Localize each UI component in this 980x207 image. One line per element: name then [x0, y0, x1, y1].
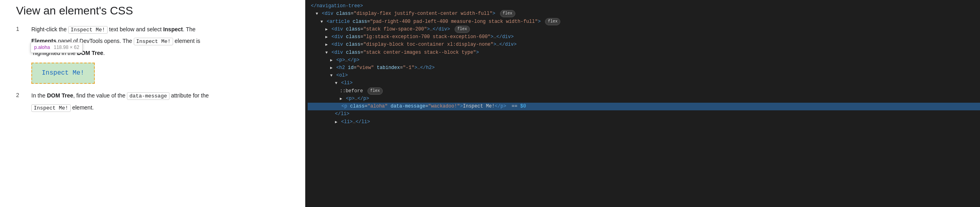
step-content-1: Right-click the Inspect Me! text below a…: [31, 25, 200, 84]
dt-line-11: ▼ <li>: [308, 79, 980, 87]
dt-line-5: ▶ <div class="lg:stack-exception-700 sta…: [308, 33, 980, 41]
step1-line3: p.aloha 118.98 × 62 highlighted in the D…: [31, 49, 200, 57]
page-title: View an element's CSS: [16, 4, 289, 18]
dt-line-13: ▶ <p>…</p>: [308, 95, 980, 103]
inspect-box[interactable]: Inspect Me!: [31, 63, 95, 84]
dt-line-4: ▶ <div class="stack flow-space-200">…</d…: [308, 26, 980, 33]
dt-line-1: </navigation-tree>: [308, 2, 980, 10]
inspect-box-wrapper: Inspect Me!: [31, 63, 95, 84]
tooltip-selector: p.aloha: [34, 45, 50, 50]
dt-line-9: ▶ <h2 id="view" tabindex="-1">…</h2>: [308, 64, 980, 72]
badge-flex-4: flex: [455, 26, 470, 33]
dt-line-7: ▼ <div class="stack center-images stack-…: [308, 49, 980, 57]
step-number-1: 1: [16, 25, 23, 32]
left-panel: View an element's CSS 1 Right-click the …: [0, 0, 305, 207]
element-tooltip: p.aloha 118.98 × 62: [31, 42, 83, 53]
devtools-panel: </navigation-tree> ▼ <div class="display…: [305, 0, 980, 207]
dt-line-12: ::before flex: [308, 87, 980, 95]
inspect-me-code-1: Inspect Me!: [68, 26, 108, 34]
dt-line-16: ▶ <li>…</li>: [308, 118, 980, 126]
step2-line1: In the DOM Tree, find the value of the d…: [31, 91, 209, 101]
step-content-2: In the DOM Tree, find the value of the d…: [31, 91, 209, 115]
triangle-3: ▼: [321, 20, 323, 24]
step2-line2: Inspect Me! element.: [31, 103, 209, 113]
dt-line-6: ▶ <div class="display-block toc-containe…: [308, 41, 980, 49]
tag-nav-close: </navigation-tree>: [311, 3, 363, 9]
tooltip-dims: 118.98 × 62: [54, 45, 80, 50]
inspect-me-code-3: Inspect Me!: [31, 104, 71, 112]
dt-line-2: ▼ <div class="display-flex justify-conte…: [308, 10, 980, 18]
data-message-code: data-message: [127, 92, 169, 100]
badge-flex-12: flex: [368, 87, 383, 95]
tag-div-2: <div: [322, 11, 333, 16]
dt-line-10: ▼ <ol>: [308, 72, 980, 79]
dt-line-14-highlighted[interactable]: <p class="aloha" data-message="wackadoo!…: [308, 103, 980, 110]
inspect-box-text: Inspect Me!: [42, 69, 84, 77]
dt-line-8: ▶ <p>…</p>: [308, 57, 980, 64]
badge-flex-2: flex: [500, 10, 515, 17]
step-number-2: 2: [16, 91, 23, 98]
triangle-2: ▼: [316, 12, 318, 16]
dt-line-3: ▼ <article class="pad-right-400 pad-left…: [308, 18, 980, 26]
badge-flex-3: flex: [545, 18, 560, 25]
dom-tree-bold-2: DOM Tree: [47, 92, 73, 99]
inspect-me-code-2: Inspect Me!: [134, 38, 173, 45]
step-2: 2 In the DOM Tree, find the value of the…: [16, 91, 289, 115]
dt-line-15: </li>: [308, 110, 980, 118]
step1-line1: Right-click the Inspect Me! text below a…: [31, 25, 200, 34]
inspect-bold: Inspect: [163, 26, 183, 32]
step-1: 1 Right-click the Inspect Me! text below…: [16, 25, 289, 84]
